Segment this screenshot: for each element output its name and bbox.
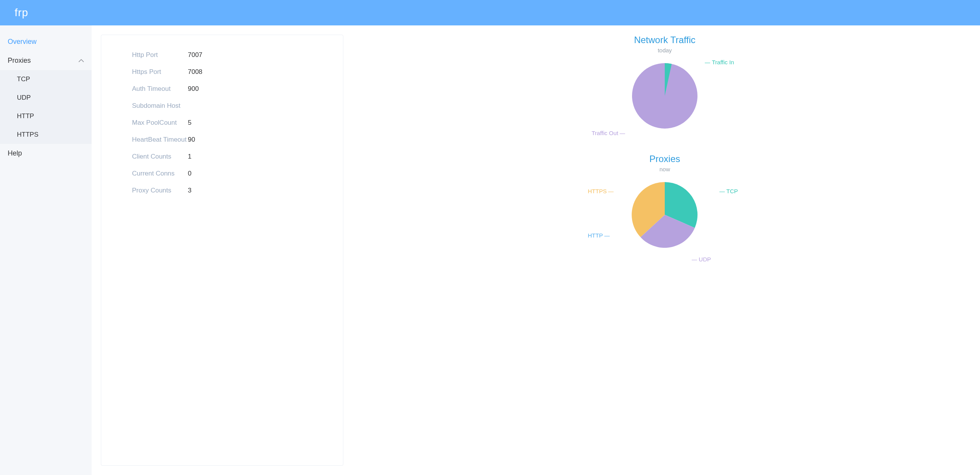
sidebar-item-https[interactable]: HTTPS <box>0 125 92 144</box>
stat-row: Max PoolCount5 <box>109 114 335 131</box>
main-content: Http Port7007 Https Port7008 Auth Timeou… <box>92 25 980 475</box>
stat-label: Https Port <box>109 68 188 76</box>
pie-chart: Traffic In Traffic Out <box>588 57 742 142</box>
network-traffic-chart: Network Traffic today Traffic In Traffic… <box>359 35 971 142</box>
sidebar-item-udp[interactable]: UDP <box>0 89 92 107</box>
pie-label-tcp: TCP <box>718 188 738 194</box>
stat-row: Auth Timeout900 <box>109 80 335 97</box>
pie-label-https: HTTPS <box>588 188 615 194</box>
charts-column: Network Traffic today Traffic In Traffic… <box>343 35 971 466</box>
stat-row: Https Port7008 <box>109 64 335 80</box>
stat-label: HeartBeat Timeout <box>109 136 188 144</box>
stat-label: Subdomain Host <box>109 102 188 110</box>
stats-card: Http Port7007 Https Port7008 Auth Timeou… <box>101 35 343 466</box>
sidebar-item-http[interactable]: HTTP <box>0 107 92 125</box>
stat-row: Client Counts1 <box>109 148 335 165</box>
sidebar-item-help[interactable]: Help <box>0 144 92 163</box>
stat-value: 3 <box>188 187 191 194</box>
sidebar-item-label: Help <box>8 149 22 157</box>
sidebar-proxies-submenu: TCP UDP HTTP HTTPS <box>0 70 92 144</box>
pie-label-http: HTTP <box>588 232 611 239</box>
stat-value: 7008 <box>188 68 202 76</box>
stat-row: Proxy Counts3 <box>109 182 335 199</box>
app-title: frp <box>15 7 28 19</box>
pie-svg <box>626 176 703 253</box>
stat-value: 7007 <box>188 51 202 59</box>
stat-value: 0 <box>188 170 191 177</box>
stat-value: 900 <box>188 85 199 93</box>
pie-label-traffic-out: Traffic Out <box>592 130 627 136</box>
proxies-chart: Proxies now TCP UDP HTTP HTTPS <box>359 154 971 261</box>
sidebar-item-tcp[interactable]: TCP <box>0 70 92 89</box>
sidebar-item-proxies[interactable]: Proxies <box>0 51 92 70</box>
stat-value: 1 <box>188 153 191 161</box>
sidebar-item-label: TCP <box>17 75 30 83</box>
sidebar-item-label: Overview <box>8 38 37 46</box>
chart-subtitle: today <box>658 47 672 54</box>
stat-row: Subdomain Host <box>109 97 335 114</box>
chart-subtitle: now <box>659 166 670 172</box>
stat-row: Http Port7007 <box>109 47 335 64</box>
stat-value: 5 <box>188 119 191 127</box>
stat-label: Http Port <box>109 51 188 59</box>
sidebar-item-label: HTTPS <box>17 131 38 139</box>
chart-title: Proxies <box>649 154 680 164</box>
sidebar-item-overview[interactable]: Overview <box>0 32 92 51</box>
chevron-up-icon <box>79 58 84 64</box>
stat-row: HeartBeat Timeout90 <box>109 131 335 148</box>
sidebar-item-label: Proxies <box>8 57 31 65</box>
stat-label: Proxy Counts <box>109 187 188 194</box>
pie-label-traffic-in: Traffic In <box>703 59 734 65</box>
stat-label: Current Conns <box>109 170 188 177</box>
pie-label-udp: UDP <box>690 256 711 263</box>
sidebar: Overview Proxies TCP UDP HTTP HTTPS Help <box>0 25 92 475</box>
stat-label: Client Counts <box>109 153 188 161</box>
sidebar-item-label: UDP <box>17 94 31 102</box>
layout: Overview Proxies TCP UDP HTTP HTTPS Help… <box>0 25 980 475</box>
app-header: frp <box>0 0 980 25</box>
stat-value: 90 <box>188 136 195 144</box>
pie-chart: TCP UDP HTTP HTTPS <box>588 176 742 261</box>
sidebar-item-label: HTTP <box>17 112 34 120</box>
chart-title: Network Traffic <box>634 35 696 45</box>
stat-row: Current Conns0 <box>109 165 335 182</box>
stat-label: Max PoolCount <box>109 119 188 127</box>
stat-label: Auth Timeout <box>109 85 188 93</box>
pie-svg <box>626 57 703 134</box>
